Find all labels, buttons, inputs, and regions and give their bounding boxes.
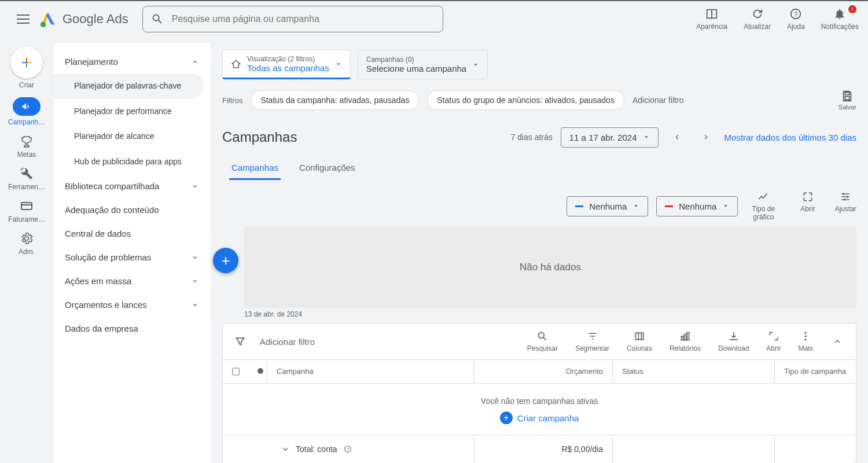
hamburger-icon [17,14,30,24]
refresh-icon [751,8,764,20]
svg-point-0 [41,22,46,27]
search-icon [151,13,164,25]
search-input[interactable] [172,14,435,24]
help-icon: ? [789,8,802,20]
menu-button[interactable] [9,5,37,33]
appearance-button[interactable]: Aparência [696,8,727,31]
svg-text:?: ? [794,10,798,19]
ads-logo-icon [39,10,57,28]
help-button[interactable]: ? Ajuda [787,8,805,31]
bell-icon [833,8,846,20]
notification-badge: ! [848,5,856,13]
product-logo[interactable]: Google Ads [39,10,128,28]
search-input-wrap[interactable] [142,6,443,32]
refresh-button[interactable]: Atualizar [744,8,771,31]
notifications-button[interactable]: ! Notificações [821,8,859,31]
product-name: Google Ads [62,12,128,27]
appearance-icon [705,8,718,20]
